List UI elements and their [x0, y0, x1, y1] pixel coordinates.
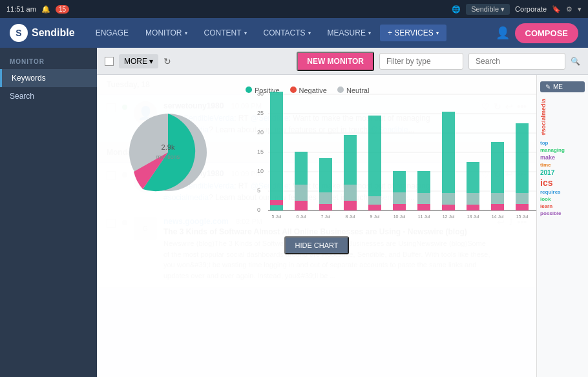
word-cloud: ✎ ME #socialmedia top managing make time… [536, 75, 588, 377]
bar-chart: 30 25 20 15 10 5 0 [246, 88, 536, 230]
chevron-down-icon: ▾ [244, 30, 247, 36]
chevron-down-icon: ▾ [501, 5, 505, 14]
svg-rect-17 [270, 92, 283, 210]
nav-measure[interactable]: MEASURE ▾ [320, 18, 379, 48]
refresh-button[interactable]: ↻ [163, 56, 171, 66]
edit-button[interactable]: ✎ ME [540, 81, 585, 92]
svg-text:13 Jul: 13 Jul [467, 214, 479, 219]
word-cloud-item: time [540, 162, 585, 168]
top-bar-left: 11:51 am 🔔 15 [6, 5, 69, 14]
svg-rect-42 [417, 204, 430, 210]
svg-rect-26 [319, 204, 332, 210]
bookmark-icon[interactable]: 🔖 [552, 5, 561, 14]
more-button[interactable]: MORE ▾ [119, 54, 158, 68]
svg-text:15 Jul: 15 Jul [516, 214, 529, 219]
hide-chart-button[interactable]: HIDE CHART [284, 236, 348, 254]
svg-rect-34 [368, 205, 381, 210]
notification-icon[interactable]: 🔔 [41, 5, 50, 14]
feed: Positive Negative Neutral [97, 75, 536, 377]
select-all-checkbox[interactable] [105, 57, 114, 66]
chevron-down-icon-settings: ▾ [578, 5, 582, 14]
sidebar-item-keywords[interactable]: Keywords [0, 69, 97, 87]
word-cloud-item: ics [540, 178, 585, 188]
svg-rect-38 [393, 204, 406, 210]
svg-text:5: 5 [257, 187, 260, 194]
sidebar: MONITOR Keywords Search [0, 48, 97, 377]
svg-text:6 Jul: 6 Jul [297, 214, 306, 219]
svg-text:15: 15 [257, 148, 264, 155]
svg-rect-49 [467, 193, 479, 205]
svg-rect-21 [295, 185, 308, 201]
corporate-label: Corporate [515, 5, 547, 13]
svg-text:2.9k: 2.9k [162, 143, 175, 151]
logo-icon: S [10, 24, 28, 42]
chevron-down-icon: ▾ [149, 57, 153, 66]
svg-text:mentions: mentions [156, 154, 180, 160]
word-cloud-item: managing [540, 147, 585, 153]
svg-rect-29 [344, 185, 357, 201]
word-cloud-item: look [540, 196, 585, 202]
logo-text: Sendible [32, 27, 75, 39]
svg-rect-22 [295, 201, 308, 210]
svg-rect-30 [344, 201, 357, 210]
chevron-down-icon: ▾ [368, 30, 371, 36]
content-area: MORE ▾ ↻ NEW MONITOR 🔍 Positive Negative [97, 48, 588, 377]
svg-text:30: 30 [257, 90, 264, 97]
nav-monitor[interactable]: MONITOR ▾ [138, 18, 194, 48]
svg-rect-25 [319, 192, 332, 204]
svg-text:20: 20 [257, 129, 264, 136]
top-bar: 11:51 am 🔔 15 🌐 Sendible ▾ Corporate 🔖 ⚙… [0, 0, 588, 18]
new-monitor-button[interactable]: NEW MONITOR [297, 52, 374, 71]
nav-engage[interactable]: ENGAGE [88, 18, 136, 48]
svg-text:12 Jul: 12 Jul [443, 214, 455, 219]
notification-badge: 15 [56, 5, 69, 14]
word-cloud-item: top [540, 140, 585, 146]
chart-overlay: Positive Negative Neutral [97, 75, 536, 377]
chevron-down-icon: ▾ [185, 30, 187, 36]
word-cloud-item: 2017 [540, 169, 585, 176]
svg-rect-54 [491, 204, 504, 210]
nav-contacts[interactable]: CONTACTS ▾ [256, 18, 319, 48]
svg-rect-45 [442, 193, 455, 205]
sidebar-item-search[interactable]: Search [0, 87, 97, 105]
chart-content: 2.9k mentions 30 25 20 15 [110, 88, 523, 230]
toolbar-right: NEW MONITOR 🔍 [297, 52, 580, 71]
svg-text:5 Jul: 5 Jul [272, 214, 282, 219]
nav-right: 👤 COMPOSE [496, 23, 578, 43]
top-bar-right: 🌐 Sendible ▾ Corporate 🔖 ⚙ ▾ [452, 4, 582, 15]
sendible-account-btn[interactable]: Sendible ▾ [466, 4, 510, 15]
user-icon[interactable]: 👤 [496, 26, 510, 40]
svg-rect-33 [368, 196, 381, 205]
word-cloud-item: possible [540, 210, 585, 216]
svg-text:7 Jul: 7 Jul [321, 214, 331, 219]
word-cloud-item: learn [540, 203, 585, 209]
sidebar-header: MONITOR [0, 54, 97, 69]
search-input[interactable] [468, 53, 565, 70]
svg-text:9 Jul: 9 Jul [370, 214, 380, 219]
main-layout: MONITOR Keywords Search MORE ▾ ↻ NEW MON… [0, 48, 588, 377]
svg-rect-18 [270, 200, 283, 205]
svg-rect-41 [417, 193, 430, 204]
settings-icon[interactable]: ⚙ [566, 5, 572, 14]
svg-rect-58 [516, 204, 529, 210]
globe-icon: 🌐 [452, 5, 461, 14]
word-cloud-item: requires [540, 189, 585, 195]
nav-bar: S Sendible ENGAGE MONITOR ▾ CONTENT ▾ CO… [0, 18, 588, 48]
filter-input[interactable] [379, 53, 463, 70]
nav-services[interactable]: + SERVICES ▾ [380, 25, 446, 41]
clock: 11:51 am [6, 5, 36, 13]
word-cloud-item: #socialmedia [540, 99, 547, 136]
chevron-down-icon: ▾ [308, 30, 311, 36]
svg-text:11 Jul: 11 Jul [418, 214, 430, 219]
svg-text:0: 0 [257, 207, 260, 213]
svg-text:10: 10 [257, 168, 264, 174]
nav-content[interactable]: CONTENT ▾ [196, 18, 255, 48]
svg-rect-46 [442, 205, 455, 210]
svg-text:10 Jul: 10 Jul [394, 214, 406, 219]
svg-rect-57 [516, 193, 529, 204]
toolbar: MORE ▾ ↻ NEW MONITOR 🔍 [97, 48, 588, 75]
svg-text:8 Jul: 8 Jul [346, 214, 355, 219]
svg-rect-37 [393, 192, 406, 204]
compose-button[interactable]: COMPOSE [515, 23, 578, 43]
svg-rect-50 [467, 205, 479, 210]
